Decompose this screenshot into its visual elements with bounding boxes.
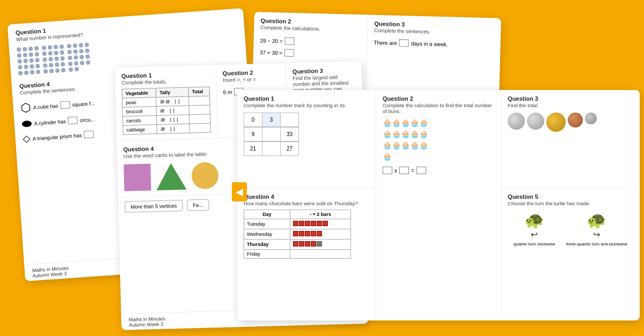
card4-q2-title: Question 2 (383, 95, 494, 102)
number-track-table: 0 3 9 33 (244, 113, 299, 156)
col-total: Total (188, 87, 209, 96)
dot-col-2 (42, 44, 66, 74)
cylinder-answer-box[interactable] (68, 116, 78, 124)
card3-sentence: There are days in a week. (374, 39, 494, 49)
turtle-option-2: 🐢 ↪ three-quarter turn anti-clockwise (566, 211, 627, 247)
triangle-shape (156, 163, 186, 190)
nav-arrow-left[interactable]: ◀ (232, 182, 247, 201)
circle-shape (191, 162, 218, 189)
coins-area (508, 113, 633, 132)
bar-chart-table: Day ▪ = 2 bars Tuesday Wednesday (244, 210, 351, 259)
turtle-icon-2: 🐢 (566, 211, 627, 229)
card-4: Question 1 Complete the number track by … (237, 90, 640, 320)
calc2-answer[interactable] (284, 49, 294, 57)
col-bars: ▪ = 2 bars (290, 210, 350, 219)
cupcake-box1[interactable] (383, 167, 392, 174)
cupcake-box3[interactable] (416, 167, 426, 174)
card4-q4-sub: How many chocolate bars were sold on Thu… (244, 200, 369, 206)
col-day: Day (244, 210, 290, 219)
turtle-area: 🐢 ↩ quarter turn clockwise 🐢 ↪ three-qua… (508, 211, 633, 247)
prism-icon: ◇ (23, 132, 31, 145)
fe-button[interactable]: Fe... (187, 199, 209, 211)
card4-q1-title: Question 1 (244, 95, 369, 102)
coin-silver-large (508, 113, 525, 130)
calc1-answer[interactable] (285, 38, 295, 45)
card4-q5-title: Question 5 (508, 193, 633, 200)
card4-q1-sub: Complete the number track by counting in… (244, 102, 369, 108)
turtle-option-1: 🐢 ↩ quarter turn clockwise (514, 211, 555, 247)
dot-col-3 (67, 42, 91, 72)
col-vegetable: Vegetable (122, 88, 156, 99)
square-shape (123, 163, 151, 191)
arrow-icon: ↩ (514, 229, 555, 240)
card4-q4-title: Question 4 (244, 193, 369, 200)
bar-row-thursday: Thursday (244, 240, 351, 250)
cylinder-icon: ⬬ (21, 116, 33, 131)
turn1-label: quarter turn clockwise (514, 242, 555, 247)
coin-small-silver (585, 113, 597, 124)
cupcake-equation: x = (383, 167, 494, 174)
calc-line-2: 37 + 30 = (260, 48, 360, 58)
prism-answer-box[interactable] (84, 130, 94, 138)
calc-line-1: 29 − 20 = (260, 36, 360, 47)
bar-row-friday: Friday (244, 250, 351, 259)
coin-silver-2 (527, 113, 544, 130)
card4-q3-title: Question 3 (508, 95, 633, 102)
cube-icon: ⬡ (20, 100, 32, 115)
col-tally: Tally (156, 87, 189, 98)
card2-q2-sub: Insert >, < or = (223, 76, 280, 83)
coin-gold (546, 113, 566, 132)
tally-table: Vegetable Tally Total peas 𝍸𝍸 || broccol… (122, 86, 211, 135)
bar-row-tuesday: Tuesday (244, 219, 351, 229)
more-than-vertices-button[interactable]: More than 5 vertices (125, 200, 183, 213)
card4-q5-sub: Choose the turn the turtle has made. (508, 200, 633, 206)
turn2-label: three-quarter turn anti-clockwise (566, 242, 627, 247)
card4-q3-sub: Find the total. (508, 102, 633, 108)
turtle-icon-1: 🐢 (514, 211, 555, 229)
days-answer-box[interactable] (399, 39, 409, 47)
cupcake-box2[interactable] (399, 167, 409, 174)
bar-row-wednesday: Wednesday (244, 229, 351, 240)
card4-q2-sub: Complete the calculation to find the tot… (383, 102, 494, 114)
table-row: cabbage 𝍸 || (123, 123, 210, 135)
dot-col-1 (17, 46, 41, 76)
coin-copper (568, 113, 583, 128)
cupcake-display: 🧁🧁🧁🧁🧁🧁🧁🧁🧁🧁🧁🧁🧁🧁🧁🧁 (383, 117, 436, 162)
cube-answer-box[interactable] (60, 101, 70, 109)
arrow-icon-2: ↪ (566, 229, 627, 240)
